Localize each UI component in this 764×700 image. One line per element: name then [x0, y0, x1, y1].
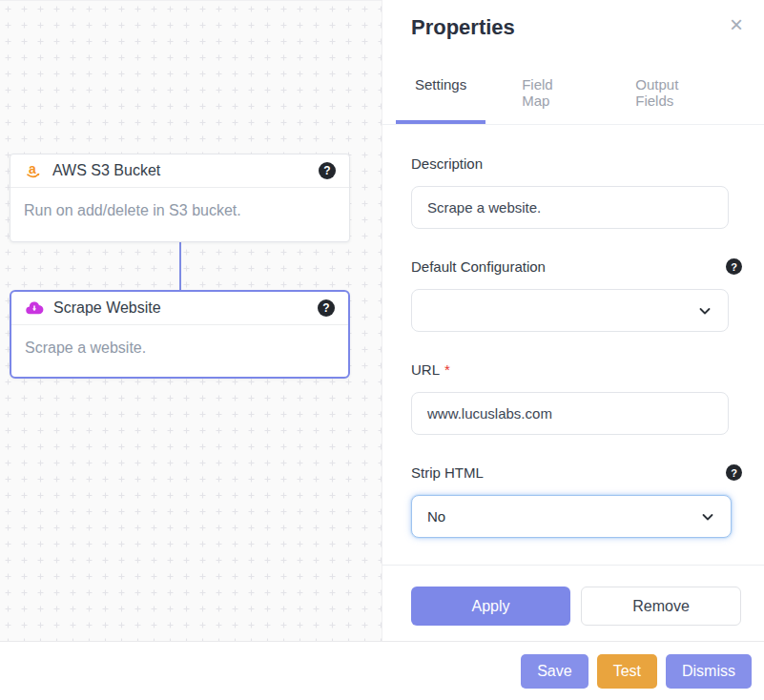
help-icon[interactable]: ?	[726, 464, 742, 481]
default-configuration-field: Default Configuration ?	[411, 258, 742, 332]
dismiss-button[interactable]: Dismiss	[666, 654, 752, 689]
url-field: URL *	[411, 361, 742, 435]
settings-form: Description Default Configuration ?	[382, 125, 764, 626]
label-text: Strip HTML	[411, 464, 484, 481]
selected-value: No	[427, 508, 445, 525]
tab-output-fields[interactable]: Output Fields	[616, 63, 733, 124]
description-label: Description	[411, 155, 742, 172]
remove-button[interactable]: Remove	[581, 587, 741, 626]
node-header: a AWS S3 Bucket ?	[10, 154, 349, 188]
workflow-canvas[interactable]: a AWS S3 Bucket ? Run on add/delete in S…	[0, 0, 382, 641]
cloud-download-icon	[25, 299, 44, 318]
svg-text:a: a	[29, 161, 36, 176]
properties-panel: Properties × Settings Field Map Output F…	[382, 0, 764, 641]
test-button[interactable]: Test	[597, 654, 657, 689]
tab-bar: Settings Field Map Output Fields	[382, 63, 764, 125]
help-icon[interactable]: ?	[318, 299, 335, 317]
panel-title: Properties	[411, 15, 741, 40]
chevron-down-icon	[697, 303, 712, 319]
chevron-down-icon	[700, 509, 715, 525]
node-title: AWS S3 Bucket	[52, 162, 160, 179]
node-description: Run on add/delete in S3 bucket.	[10, 188, 349, 234]
node-title: Scrape Website	[53, 299, 161, 317]
close-icon[interactable]: ×	[730, 13, 743, 36]
node-header: Scrape Website ?	[11, 292, 348, 325]
main-area: a AWS S3 Bucket ? Run on add/delete in S…	[0, 0, 764, 641]
label-text: Default Configuration	[411, 258, 546, 275]
tab-settings[interactable]: Settings	[396, 63, 485, 124]
panel-header: Properties ×	[382, 0, 764, 40]
strip-html-label: Strip HTML ?	[411, 464, 742, 481]
help-icon[interactable]: ?	[319, 162, 336, 179]
node-aws-s3-bucket[interactable]: a AWS S3 Bucket ? Run on add/delete in S…	[10, 154, 350, 242]
save-button[interactable]: Save	[521, 654, 588, 689]
url-input[interactable]	[411, 392, 729, 435]
strip-html-field: Strip HTML ? No	[411, 464, 742, 538]
default-configuration-select[interactable]	[411, 289, 729, 332]
default-configuration-label: Default Configuration ?	[411, 258, 742, 275]
strip-html-select[interactable]: No	[411, 495, 732, 538]
bottom-action-bar: Save Test Dismiss	[0, 641, 764, 700]
url-label: URL *	[411, 361, 742, 378]
node-description: Scrape a website.	[11, 325, 348, 371]
app-window: a AWS S3 Bucket ? Run on add/delete in S…	[0, 0, 764, 700]
panel-actions: Apply Remove	[411, 566, 742, 626]
label-text: URL	[411, 361, 440, 378]
apply-button[interactable]: Apply	[411, 587, 570, 626]
aws-icon: a	[24, 161, 43, 180]
node-scrape-website[interactable]: Scrape Website ? Scrape a website.	[10, 290, 350, 379]
required-indicator: *	[444, 361, 450, 378]
description-field: Description	[411, 155, 742, 229]
help-icon[interactable]: ?	[726, 258, 742, 275]
node-connector-line	[179, 242, 181, 290]
description-input[interactable]	[411, 186, 729, 229]
tab-field-map[interactable]: Field Map	[503, 63, 599, 124]
